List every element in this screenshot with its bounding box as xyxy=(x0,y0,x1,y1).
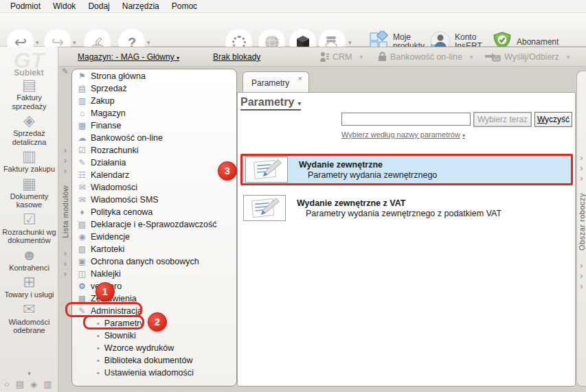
tree-item[interactable]: • Słowniki xyxy=(72,330,236,342)
tree-item[interactable]: ✎ • Działania xyxy=(72,157,236,169)
tree-item[interactable]: ▣ • Ochrona danych osobowych xyxy=(72,255,236,268)
tree-item[interactable]: ▦ • Finanse xyxy=(72,119,236,132)
crm-person-icon xyxy=(319,51,329,62)
chevron-right-icon: › xyxy=(64,165,67,176)
wyczysc-button[interactable]: Wyczyść xyxy=(534,112,572,127)
retail-icon: ◈ xyxy=(0,113,58,129)
lock-icon xyxy=(378,51,387,62)
wyslij-caret-icon: ▾ xyxy=(567,54,570,60)
reports-icon: ▩ xyxy=(76,294,88,303)
module-button[interactable]: ◈ Sprzedaż detaliczna xyxy=(0,113,58,146)
parameter-list-item[interactable]: Wydanie zewnętrzne Parametry wydania zew… xyxy=(240,154,573,185)
help-dropdown-caret-icon[interactable]: ▾ xyxy=(147,39,150,46)
brak-blokady-link[interactable]: Brak blokady xyxy=(213,52,260,62)
tree-item[interactable]: • Parametry xyxy=(72,317,236,330)
tab-close-icon[interactable]: × xyxy=(298,74,302,82)
magazyn-selector[interactable]: Magazyn: - MAG - Główny ▾ xyxy=(78,52,179,62)
module-button[interactable]: ☑ Rozrachunki wg dokumentów xyxy=(0,211,58,245)
tree-item[interactable]: ◫ • Naklejki xyxy=(72,268,236,280)
tree-item[interactable]: ▩ • Zestawienia xyxy=(72,292,236,305)
pin-icon: ✎ xyxy=(62,67,69,76)
tree-item[interactable]: ⚑ • Strona główna xyxy=(72,70,236,82)
catalogs-icon: ▧ xyxy=(76,244,88,254)
menu-item[interactable]: Podmiot xyxy=(4,0,47,12)
records-icon: ◉ xyxy=(76,232,88,242)
tree-item[interactable]: ☷ • Kalendarz xyxy=(72,169,236,181)
navigation-tree: ⚑ • Strona główna ▤ • Sprzedaż ▥ • Zakup… xyxy=(71,69,237,387)
tree-item[interactable]: ♦ • Polityka cenowa xyxy=(72,206,236,218)
module-button[interactable]: ✉ Wiadomości odebrane xyxy=(0,301,58,335)
tree-item[interactable]: • Ustawienia wiadomości xyxy=(72,367,236,379)
wybierz-teraz-button[interactable]: Wybierz teraz xyxy=(473,112,532,127)
sales-icon: ▤ xyxy=(76,84,88,93)
tree-item[interactable]: ☁ • Bankowość on-line xyxy=(72,132,236,144)
mini-retail-icon[interactable]: ◈ xyxy=(30,379,37,389)
tree-item[interactable]: ▥ • Zakup xyxy=(72,95,236,107)
personal-data-icon: ▣ xyxy=(76,257,88,266)
tree-item[interactable]: ⌂ • Magazyn xyxy=(72,107,236,119)
status-toolbar: Magazyn: - MAG - Główny ▾ Brak blokady C… xyxy=(58,47,586,67)
warehouse-icon: ⌂ xyxy=(76,108,88,118)
chevron-right-icon: › xyxy=(64,248,67,258)
admin-icon: ✎ xyxy=(76,306,88,316)
tree-item[interactable]: ✎ • Administracja xyxy=(72,305,236,317)
declarations-icon: ▨ xyxy=(76,220,88,229)
module-sidebar: GT Subiekt ▤ Faktury sprzedaży ◈ Sprzeda… xyxy=(0,47,58,392)
menu-item[interactable]: Pomoc xyxy=(166,0,203,12)
menu-item[interactable]: Widok xyxy=(47,0,82,12)
tree-item[interactable]: ▨ • Deklaracje i e-Sprawozdawczość xyxy=(72,218,236,231)
radio-icon[interactable]: ○ xyxy=(4,379,10,389)
tree-item[interactable]: ⚙ • vendero xyxy=(72,280,236,292)
menu-item[interactable]: Dodaj xyxy=(82,0,115,12)
chevron-right-icon: › xyxy=(580,281,583,291)
module-list-strip[interactable]: ✎ › › › Lista modułów › › › xyxy=(59,67,71,387)
page-title-menu[interactable]: Parametry ▾ xyxy=(240,96,301,111)
goods-icon: ⊞ xyxy=(0,274,58,290)
cloud-dropdown-caret-icon[interactable]: ▾ xyxy=(348,39,352,46)
tab-parametry[interactable]: Parametry × xyxy=(243,71,309,93)
tree-item[interactable]: ▤ • Sprzedaż xyxy=(72,82,236,95)
actions-icon: ✎ xyxy=(76,158,88,168)
tree-item[interactable]: ✉ • Wiadomości xyxy=(72,181,236,194)
calendar-icon: ☷ xyxy=(76,170,88,180)
tree-item[interactable]: ✉ • Wiadomości SMS xyxy=(72,194,236,206)
crm-button[interactable]: CRM ▾ xyxy=(319,51,363,62)
magazyn-caret-icon: ▾ xyxy=(177,55,179,61)
parameter-list: Wydanie zewnętrzne Parametry wydania zew… xyxy=(240,154,573,231)
module-button[interactable]: ▤ Faktury sprzedaży xyxy=(0,77,58,111)
wyslij-odbierz-button[interactable]: Wyślij/Odbierz ▾ xyxy=(484,51,570,62)
mini-module-bar: ○ ▤ ◈ ▥ xyxy=(4,379,52,389)
vendero-icon: ⚙ xyxy=(76,281,88,291)
application-window: { "menubar": { "items": [ {"label":"Podm… xyxy=(0,0,586,392)
search-input[interactable] xyxy=(341,113,471,126)
document-pencil-icon xyxy=(243,195,286,221)
flag-icon: ⚑ xyxy=(76,71,88,81)
bankowosc-button[interactable]: Bankowość on-line ▾ xyxy=(378,51,473,62)
module-button[interactable]: ⊞ Towary i usługi xyxy=(0,274,58,299)
tree-item[interactable]: ◉ • Ewidencje xyxy=(72,231,236,243)
heading-caret-icon: ▾ xyxy=(297,100,301,107)
tree-item[interactable]: • Biblioteka dokumentów xyxy=(72,354,236,367)
workspace-strip[interactable]: › › › Obszar roboczy › › › xyxy=(576,71,586,387)
mini-invoices-sale-icon[interactable]: ▤ xyxy=(16,379,24,389)
bankowosc-caret-icon: ▾ xyxy=(470,54,473,60)
chevron-right-icon: › xyxy=(64,155,67,165)
bullet-icon: • xyxy=(97,332,100,340)
settlements-docs-icon: ☑ xyxy=(0,211,58,228)
back-dropdown-caret-icon[interactable]: ▾ xyxy=(36,39,39,46)
tree-item[interactable]: ☑ • Rozrachunki xyxy=(72,144,236,157)
sidebar-more-caret-icon[interactable]: ▾ xyxy=(0,370,58,377)
module-button[interactable]: ▦ Dokumenty kasowe xyxy=(0,176,58,209)
tree-item[interactable]: ▧ • Kartoteki xyxy=(72,243,236,255)
mini-invoices-purchase-icon[interactable]: ▥ xyxy=(43,379,52,389)
crm-caret-icon: ▾ xyxy=(359,54,363,60)
module-button[interactable]: ☻ Kontrahenci xyxy=(0,247,58,273)
workspace-strip-label: Obszar roboczy xyxy=(578,193,586,251)
module-button[interactable]: ▥ Faktury zakupu xyxy=(0,148,58,174)
tree-item[interactable]: • Wzorce wydruków xyxy=(72,342,236,354)
filter-by-name-link[interactable]: Wybierz według nazwy parametrów▾ xyxy=(341,130,465,139)
menu-item[interactable]: Narzędzia xyxy=(116,0,166,12)
settlements-icon: ☑ xyxy=(76,146,88,155)
parameter-list-item[interactable]: Wydanie zewnętrzne z VAT Parametry wydan… xyxy=(240,192,573,224)
forward-dropdown-caret-icon[interactable]: ▾ xyxy=(73,39,76,46)
